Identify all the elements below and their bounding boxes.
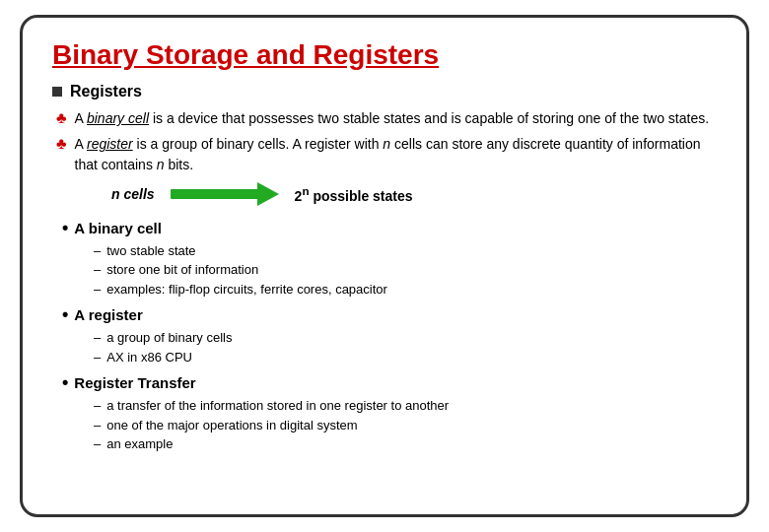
arrow-container [171, 180, 279, 208]
bullet1-list: –two stable state –store one bit of info… [94, 241, 717, 299]
bullet2-label: A register [74, 306, 142, 323]
club-symbol-1: ♣ [56, 109, 67, 127]
club-item-2: ♣ A register is a group of binary cells.… [56, 134, 717, 174]
bullet3-dot: • [62, 372, 68, 393]
list-item: –AX in x86 CPU [94, 348, 717, 367]
bullet2-header: • A register [62, 304, 717, 325]
club-symbol-2: ♣ [56, 135, 67, 153]
list-item: –an example [94, 434, 717, 454]
section-label: Registers [70, 83, 142, 100]
bullet1-dot: • [62, 218, 68, 238]
slide-title: Binary Storage and Registers [52, 39, 717, 71]
arrow-label-left: n cells [111, 186, 155, 202]
bullet3-label: Register Transfer [74, 374, 195, 391]
bullet-section: • A binary cell –two stable state –store… [62, 218, 717, 454]
list-item: –store one bit of information [94, 260, 717, 280]
bullet1-label: A binary cell [74, 220, 162, 236]
club-item-1: ♣ A binary cell is a device that possess… [56, 108, 717, 128]
bullet2-dot: • [62, 304, 68, 325]
club-text-1: A binary cell is a device that possesses… [75, 108, 710, 128]
svg-rect-1 [171, 189, 259, 199]
bullet2-list: –a group of binary cells –AX in x86 CPU [94, 328, 717, 366]
arrow-svg [171, 180, 279, 208]
square-bullet [52, 87, 62, 97]
list-item: –one of the major operations in digital … [94, 416, 717, 435]
section-header: Registers [52, 83, 717, 100]
list-item: –a group of binary cells [94, 328, 717, 348]
arrow-label-right: 2n possible states [295, 184, 413, 204]
slide: Binary Storage and Registers Registers ♣… [20, 15, 749, 517]
list-item: –examples: flip-flop circuits, ferrite c… [94, 280, 717, 299]
list-item: –two stable state [94, 241, 717, 261]
arrow-row: n cells 2n possible states [111, 180, 717, 208]
bullet3-header: • Register Transfer [62, 372, 717, 393]
bullet3-list: –a transfer of the information stored in… [94, 396, 717, 454]
bullet1-header: • A binary cell [62, 218, 717, 238]
list-item: –a transfer of the information stored in… [94, 396, 717, 416]
club-text-2: A register is a group of binary cells. A… [75, 134, 718, 174]
svg-marker-2 [257, 182, 279, 206]
